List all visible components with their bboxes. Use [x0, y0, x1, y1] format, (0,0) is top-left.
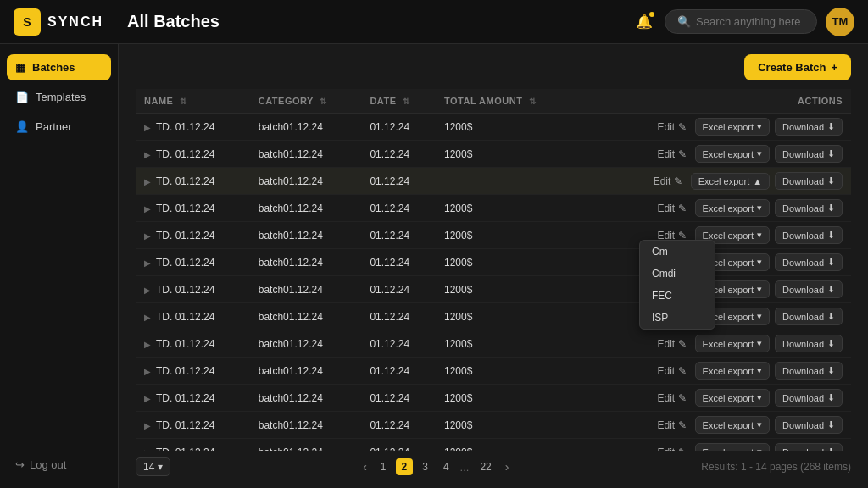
cell-date: 01.12.24: [361, 412, 436, 439]
page-button-4[interactable]: 4: [437, 458, 455, 475]
cell-actions: Edit ✎Excel export ▾Download ⬇: [577, 439, 851, 452]
download-button[interactable]: Download ⬇: [775, 308, 843, 325]
table-body: ▶TD. 01.12.24batch01.12.2401.12.241200$E…: [136, 114, 851, 452]
col-name[interactable]: NAME ⇅: [136, 89, 250, 114]
excel-label: Excel export: [703, 230, 754, 241]
excel-export-button[interactable]: Excel export ▾: [695, 118, 771, 136]
edit-button[interactable]: Edit ✎: [654, 201, 690, 216]
chevron-down-icon: ▾: [757, 121, 762, 132]
expand-icon[interactable]: ▶: [144, 394, 151, 403]
logout-button[interactable]: ↪ Log out: [7, 452, 111, 478]
page-button-22[interactable]: 22: [474, 458, 497, 475]
cell-date: 01.12.24: [361, 141, 436, 168]
download-button[interactable]: Download ⬇: [775, 172, 843, 190]
col-date[interactable]: DATE ⇅: [361, 89, 436, 114]
excel-export-button[interactable]: Excel export ▾: [695, 389, 771, 407]
search-input[interactable]: [696, 15, 804, 28]
edit-button[interactable]: Edit ✎: [654, 445, 690, 452]
edit-button[interactable]: Edit ✎: [650, 174, 686, 189]
expand-icon[interactable]: ▶: [144, 204, 151, 214]
expand-icon[interactable]: ▶: [144, 150, 151, 159]
excel-export-button[interactable]: Excel export ▾: [695, 335, 771, 352]
cell-category: batch01.12.24: [250, 358, 362, 385]
download-button[interactable]: Download ⬇: [775, 199, 843, 217]
col-category[interactable]: CATEGORY ⇅: [250, 89, 362, 114]
next-page-button[interactable]: ›: [501, 458, 514, 476]
expand-icon[interactable]: ▶: [144, 258, 151, 268]
expand-icon[interactable]: ▶: [144, 123, 151, 132]
col-total[interactable]: TOTAL AMOUNT ⇅: [436, 89, 577, 114]
download-button[interactable]: Download ⬇: [775, 280, 843, 298]
batches-table: NAME ⇅ CATEGORY ⇅ DATE ⇅ TOTAL AMOUNT: [136, 89, 851, 451]
results-info: Results: 1 - 14 pages (268 items): [701, 461, 851, 473]
edit-label: Edit: [654, 175, 671, 187]
prev-page-button[interactable]: ‹: [359, 458, 371, 476]
download-button[interactable]: Download ⬇: [775, 118, 843, 136]
expand-icon[interactable]: ▶: [144, 367, 151, 376]
download-button[interactable]: Download ⬇: [775, 362, 843, 380]
create-batch-button[interactable]: Create Batch +: [744, 54, 851, 80]
dropdown-item-isp[interactable]: ISP: [640, 307, 715, 329]
excel-label: Excel export: [703, 149, 754, 159]
cell-total: 1200$: [436, 141, 577, 168]
download-button[interactable]: Download ⬇: [775, 443, 843, 451]
col-actions: ACTIONS: [577, 89, 851, 114]
expand-icon[interactable]: ▶: [144, 177, 151, 186]
sidebar-item-partner[interactable]: 👤 Partner: [7, 114, 111, 140]
dropdown-item-fec[interactable]: FEC: [640, 285, 715, 307]
edit-button[interactable]: Edit ✎: [654, 119, 690, 135]
table-row: ▶TD. 01.12.24batch01.12.2401.12.241200$E…: [136, 412, 851, 439]
download-button[interactable]: Download ⬇: [775, 416, 843, 434]
dropdown-item-cmdi[interactable]: Cmdi: [640, 263, 715, 285]
download-label: Download: [782, 258, 824, 268]
page-button-1[interactable]: 1: [375, 458, 392, 475]
excel-export-button[interactable]: Excel export ▾: [695, 416, 771, 434]
expand-icon[interactable]: ▶: [144, 340, 151, 349]
sort-category-icon: ⇅: [320, 97, 327, 106]
expand-icon[interactable]: ▶: [144, 421, 151, 430]
download-button[interactable]: Download ⬇: [775, 335, 843, 352]
cell-category: batch01.12.24: [250, 303, 362, 330]
sort-total-icon: ⇅: [529, 97, 537, 106]
edit-button[interactable]: Edit ✎: [654, 336, 690, 352]
download-label: Download: [782, 149, 824, 159]
page-button-3[interactable]: 3: [416, 458, 434, 475]
edit-icon: ✎: [678, 392, 687, 404]
excel-export-button[interactable]: Excel export ▾: [695, 443, 771, 451]
cell-total: 1200$: [436, 412, 577, 439]
expand-icon[interactable]: ▶: [144, 231, 151, 241]
edit-button[interactable]: Edit ✎: [654, 391, 690, 406]
pagination-bar: 14 ▾ ‹ 1 2 3 4 ... 22 › Results: 1 - 14 …: [136, 451, 851, 478]
edit-label: Edit: [658, 446, 676, 452]
download-button[interactable]: Download ⬇: [775, 226, 843, 244]
dropdown-item-cm[interactable]: Cm: [640, 241, 715, 263]
edit-button[interactable]: Edit ✎: [654, 363, 690, 379]
chevron-down-icon: ▾: [757, 338, 762, 349]
download-button[interactable]: Download ⬇: [775, 145, 843, 163]
table-header: NAME ⇅ CATEGORY ⇅ DATE ⇅ TOTAL AMOUNT: [136, 89, 851, 114]
expand-icon[interactable]: ▶: [144, 286, 151, 295]
excel-export-button[interactable]: Excel export ▾: [695, 145, 771, 163]
excel-export-button[interactable]: Excel export ▾: [695, 199, 771, 217]
download-button[interactable]: Download ⬇: [775, 389, 843, 407]
download-button[interactable]: Download ⬇: [775, 253, 843, 271]
notification-button[interactable]: 🔔: [632, 10, 656, 33]
sidebar-item-templates[interactable]: 📄 Templates: [7, 84, 111, 110]
table-row: ▶TD. 01.12.24batch01.12.2401.12.241200$E…: [136, 358, 851, 385]
download-label: Download: [782, 285, 824, 295]
sidebar-item-batches[interactable]: ▦ Batches: [7, 54, 111, 80]
per-page-select[interactable]: 14 ▾: [136, 458, 170, 476]
search-box[interactable]: 🔍: [665, 9, 817, 34]
excel-export-button[interactable]: Excel export ▾: [695, 362, 771, 380]
avatar[interactable]: TM: [826, 8, 854, 36]
edit-button[interactable]: Edit ✎: [654, 418, 690, 433]
edit-button[interactable]: Edit ✎: [654, 147, 690, 162]
cell-date: 01.12.24: [361, 303, 436, 330]
expand-icon[interactable]: ▶: [144, 448, 151, 452]
cell-total: 1200$: [436, 439, 577, 452]
cell-name: ▶TD. 01.12.24: [136, 303, 250, 330]
page-button-2[interactable]: 2: [396, 458, 414, 475]
excel-export-button[interactable]: Excel export ▲: [691, 173, 770, 190]
excel-label: Excel export: [703, 203, 754, 214]
expand-icon[interactable]: ▶: [144, 313, 151, 322]
